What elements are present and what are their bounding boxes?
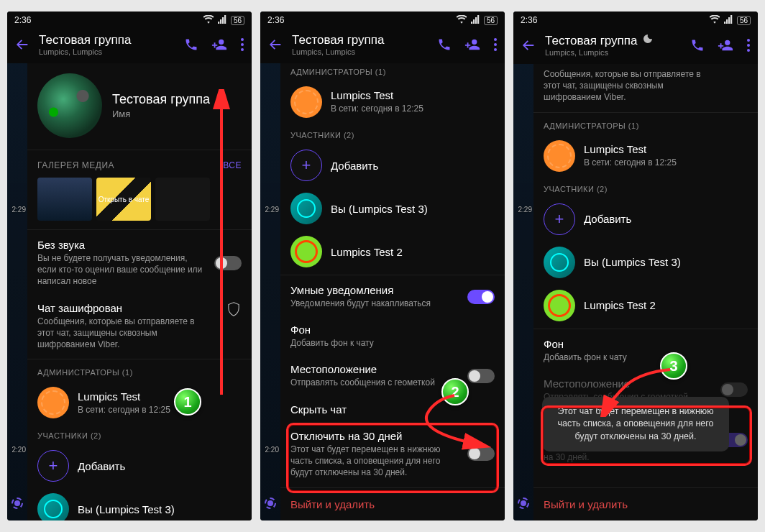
wifi-icon [457,15,467,26]
group-name-label: Имя [112,109,210,119]
smart-notifications-toggle[interactable] [467,290,495,304]
admins-section-label: АДМИНИСТРАТОРЫ (1) [280,63,505,81]
member-row[interactable]: Lumpics Test 2 [533,284,758,327]
member-name: Вы (Lumpics Test 3) [584,256,748,268]
setting-title: Умные уведомления [290,284,495,296]
location-setting[interactable]: Местоположение Отправлять сообщения с ге… [280,356,505,395]
leave-and-delete-button[interactable]: Выйти и удалить [533,487,758,520]
plus-icon: + [290,150,322,181]
group-avatar[interactable] [37,73,102,138]
group-info-panel: Сообщения, которые вы отправляете в этот… [533,64,758,520]
media-thumbnail[interactable] [155,178,210,221]
mute-setting[interactable]: Без звука Вы не будете получать уведомле… [27,231,252,295]
signal-icon [724,15,733,26]
back-button[interactable] [267,37,283,52]
location-toggle[interactable] [720,382,748,397]
add-person-icon[interactable] [211,37,227,52]
status-bar: 2:36 56 [260,12,505,29]
members-section-label: УЧАСТНИКИ (2) [533,178,758,198]
avatar [37,493,69,520]
avatar [544,247,575,278]
svg-point-0 [241,38,244,41]
member-name: Lumpics Test 2 [331,246,495,258]
status-time: 2:36 [14,15,31,25]
background-setting[interactable]: Фон Добавить фон к чату [533,331,758,370]
setting-title: Чат зашифрован [37,302,242,314]
admin-row[interactable]: Lumpics Test В сети: сегодня в 12:25 [27,381,252,424]
chat-background-strip: 2:29 [513,12,533,520]
member-row[interactable]: Вы (Lumpics Test 3) [27,487,252,520]
media-gallery[interactable]: Открыть в чате [27,175,252,228]
admin-row[interactable]: Lumpics Test В сети: сегодня в 12:25 [533,134,758,178]
avatar [290,193,322,224]
setting-desc: Уведомления будут накапливаться [290,298,456,309]
add-member-row[interactable]: + Добавить [27,444,252,487]
gallery-all-link[interactable]: ВСЕ [223,160,242,170]
setting-title: Скрыть чат [290,403,495,416]
setting-desc: Вы не будете получать уведомления, если … [37,252,203,288]
call-icon[interactable] [437,37,452,52]
back-button[interactable] [521,37,536,53]
admin-status: В сети: сегодня в 12:25 [78,404,242,416]
avatar [544,140,575,172]
add-member-row[interactable]: + Добавить [280,144,505,187]
admin-row[interactable]: Lumpics Test В сети: сегодня в 12:25 [280,81,505,124]
disable-30-days-setting[interactable]: Отключить на 30 дней Этот чат будет пере… [280,423,505,486]
svg-point-2 [241,48,244,51]
group-info-panel: Тестовая группа Имя ГАЛЕРЕЯ МЕДИА ВСЕ От… [27,63,252,520]
bg-timestamp: 2:29 [265,206,279,214]
mute-toggle[interactable] [214,256,242,270]
member-row[interactable]: Lumpics Test 2 [280,230,505,273]
member-row[interactable]: Вы (Lumpics Test 3) [280,187,505,230]
back-button[interactable] [14,37,30,52]
member-row[interactable]: Вы (Lumpics Test 3) [533,241,758,284]
chat-header: Тестовая группа Lumpics, Lumpics [260,29,505,63]
header-subtitle: Lumpics, Lumpics [39,47,175,56]
call-icon[interactable] [690,38,705,52]
encryption-info[interactable]: Чат зашифрован Сообщения, которые вы отп… [27,295,252,358]
leave-and-delete-button[interactable]: Выйти и удалить [280,487,505,520]
phone-screen-1: 2:29 2:20 2:36 56 Тестовая группа [7,12,252,520]
smart-notifications-setting[interactable]: Умные уведомления Уведомления будут нака… [280,277,505,316]
setting-title: Местоположение [290,363,495,375]
status-bar: 2:36 56 [7,12,252,29]
encryption-info: Сообщения, которые вы отправляете в этот… [533,64,758,111]
setting-desc: Добавить фон к чату [290,337,456,349]
admin-status: В сети: сегодня в 12:25 [584,157,748,168]
header-title: Тестовая группа [545,33,682,48]
menu-dots-icon[interactable] [746,38,751,52]
background-setting[interactable]: Фон Добавить фон к чату [280,316,505,356]
add-person-icon[interactable] [718,37,733,53]
step-badge-3: 3 [660,352,687,380]
call-icon[interactable] [184,37,198,52]
disable-30-days-toggle[interactable] [467,446,495,461]
signal-icon [471,15,480,26]
add-member-row[interactable]: + Добавить [533,198,758,241]
step-badge-1: 1 [174,388,201,416]
group-profile-header[interactable]: Тестовая группа Имя [27,63,252,148]
members-section-label: УЧАСТНИКИ (2) [27,424,252,444]
menu-dots-icon[interactable] [493,37,498,52]
svg-point-9 [747,49,750,52]
menu-dots-icon[interactable] [240,37,244,52]
battery-level: 56 [484,16,498,25]
add-person-icon[interactable] [464,37,480,52]
svg-point-1 [241,43,244,46]
svg-point-5 [494,43,497,46]
plus-icon: + [544,203,575,235]
toast-message: Этот чат будет перемещен в нижнюю часть … [542,397,729,452]
setting-desc: Этот чат будет перемещен в нижнюю часть … [290,444,456,479]
chat-background-strip: 2:29 2:20 [7,12,27,520]
setting-title: Фон [290,324,495,336]
location-toggle[interactable] [467,369,495,383]
moon-icon [642,33,654,48]
media-thumbnail[interactable] [37,178,92,221]
avatar [290,236,322,267]
setting-desc: Сообщения, которые вы отправляете в этот… [37,316,203,351]
setting-title: Отключить на 30 дней [290,430,495,442]
media-thumbnail[interactable]: Открыть в чате [96,178,151,221]
bg-timestamp: 2:20 [265,446,279,454]
add-label: Добавить [331,160,495,172]
admins-section-label: АДМИНИСТРАТОРЫ (1) [533,114,758,134]
hide-chat-setting[interactable]: Скрыть чат [280,396,505,423]
